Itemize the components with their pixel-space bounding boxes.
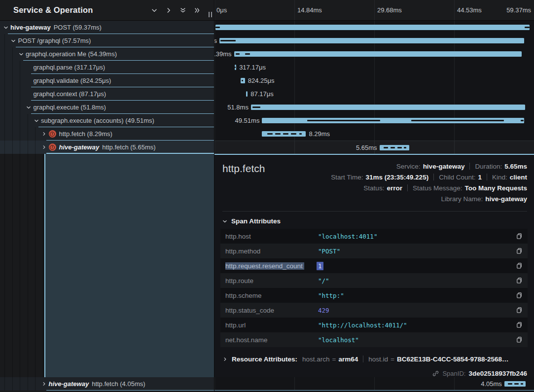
chevron-down-icon[interactable]: [34, 118, 39, 123]
copy-icon[interactable]: [512, 336, 523, 343]
link-icon[interactable]: [432, 370, 439, 377]
chevron-down-icon[interactable]: [11, 38, 16, 43]
span-bar[interactable]: [235, 65, 237, 70]
panel-resize-handle[interactable]: [209, 12, 212, 17]
meta-value: 1: [478, 174, 482, 181]
chevron-right-icon[interactable]: [165, 7, 172, 14]
ruler-tick: 14.84ms: [297, 6, 322, 14]
chevron-down-icon[interactable]: [3, 25, 8, 30]
attribute-value: "localhost": [318, 336, 512, 344]
ruler-tick: 0μs: [216, 6, 227, 14]
timeline-row: 5.65ms: [214, 141, 534, 154]
meta-label: Status Message:: [413, 184, 463, 192]
timeline-row: 8.29ms: [214, 127, 534, 141]
duration-label: 49.51ms: [235, 114, 260, 127]
timeline-row: 824.25μs: [214, 74, 534, 87]
attribute-key: http.scheme: [225, 292, 318, 299]
attribute-value: "localhost:4011": [318, 233, 512, 240]
span-attributes-title: Span Attributes: [231, 217, 281, 225]
span-bar[interactable]: [262, 118, 524, 123]
attribute-key: http.url: [225, 321, 318, 329]
expanded-span-backdrop: [44, 154, 214, 377]
timeline-row: 51.8ms: [214, 101, 534, 114]
duration-label: 4.05ms: [481, 377, 502, 391]
chevron-right-icon[interactable]: [41, 132, 47, 136]
tree-row[interactable]: hive-gatewayhttp.fetch (4.05ms): [0, 377, 214, 391]
attribute-value: "POST": [318, 248, 512, 255]
span-label: subgraph.execute (accounts) (49.51ms): [41, 117, 154, 124]
copy-icon[interactable]: [512, 233, 523, 240]
tree-row[interactable]: graphql.execute (51.8ms): [0, 101, 214, 114]
double-chevron-down-icon[interactable]: [179, 7, 186, 14]
attribute-value: "http:": [318, 292, 512, 299]
attribute-row: http.url"http://localhost:4011/": [220, 318, 528, 332]
span-bar[interactable]: [262, 131, 306, 137]
copy-icon[interactable]: [512, 292, 523, 299]
span-bar[interactable]: [380, 145, 410, 150]
attribute-value: "http://localhost:4011/": [318, 321, 512, 329]
tree-row[interactable]: !http.fetch (8.29ms): [0, 127, 214, 141]
span-label: http.fetch (4.05ms): [92, 380, 145, 388]
attribute-value: "/": [318, 277, 512, 285]
resource-attributes-title: Resource Attributes:: [232, 356, 297, 363]
tree-row[interactable]: graphql.validate (824.25μs): [0, 74, 214, 87]
attribute-row: http.method"POST": [220, 244, 528, 258]
tree-row[interactable]: POST /graphql (57.57ms): [0, 34, 214, 47]
chevron-right-icon[interactable]: [41, 145, 47, 149]
span-label: POST /graphql (57.57ms): [18, 37, 91, 44]
span-bar[interactable]: [234, 51, 522, 57]
attribute-row: net.host.name"localhost": [220, 332, 528, 347]
span-bar[interactable]: [504, 381, 526, 387]
timeline-row: 59.37ms: [214, 21, 534, 34]
span-title: http.fetch: [222, 163, 265, 175]
span-bar[interactable]: [251, 105, 525, 110]
span-label: graphql.execute (51.8ms): [34, 104, 106, 111]
timeline-row: 4.05ms: [214, 377, 534, 391]
timeline-row: 54.39ms: [214, 47, 534, 61]
tree-row[interactable]: !hive-gatewayhttp.fetch (5.65ms): [0, 141, 214, 154]
meta-label: Service:: [396, 163, 421, 170]
copy-icon[interactable]: [512, 262, 523, 269]
chevron-right-icon[interactable]: [41, 382, 47, 386]
attribute-key: net.host.name: [225, 336, 318, 344]
service-name: hive-gateway: [10, 24, 51, 31]
divider: [222, 211, 527, 212]
attribute-row: http.request.resend_count1: [220, 258, 528, 273]
attribute-row: http.scheme"http:": [220, 288, 528, 303]
span-bar[interactable]: [215, 25, 530, 30]
timeline-pane: 0μs14.84ms29.68ms44.53ms59.37ms 59.37ms5…: [214, 0, 534, 392]
span-bar[interactable]: [246, 91, 248, 97]
tree-row[interactable]: graphql.context (87.17μs): [0, 87, 214, 101]
chevron-down-icon[interactable]: [26, 105, 32, 110]
attribute-row: http.host"localhost:4011": [220, 229, 528, 244]
meta-label: Kind:: [492, 174, 507, 181]
copy-icon[interactable]: [512, 321, 523, 328]
copy-icon[interactable]: [512, 277, 523, 284]
resource-value: BC62E13B-C4CC-5854-9788-2568…: [397, 356, 509, 363]
ruler-tick: 59.37ms: [506, 6, 531, 14]
tree-row[interactable]: hive-gatewayPOST (59.37ms): [0, 21, 214, 34]
span-label: http.fetch (8.29ms): [59, 130, 112, 138]
meta-line: Library Name:hive-gateway: [441, 193, 527, 204]
tree-row[interactable]: graphql.parse (317.17μs): [0, 61, 214, 74]
span-bar[interactable]: [241, 78, 245, 83]
ruler-tick: 44.53ms: [457, 6, 482, 14]
span-meta: Service:hive-gatewayDuration:5.65msStart…: [331, 161, 527, 204]
chevron-down-icon[interactable]: [151, 7, 158, 14]
chevron-down-icon[interactable]: [18, 52, 24, 57]
resource-attributes-row[interactable]: Resource Attributes: host.arch=arm64host…: [222, 353, 534, 365]
span-attributes-header[interactable]: Span Attributes: [222, 217, 534, 225]
meta-value: hive-gateway: [423, 163, 465, 170]
attribute-row: http.status_code429: [220, 303, 528, 318]
duration-label: 317.17μs: [239, 61, 266, 74]
span-label: graphql.context (87.17μs): [34, 90, 107, 98]
span-bar[interactable]: [219, 38, 524, 43]
ruler-tick: 29.68ms: [377, 6, 402, 14]
copy-icon[interactable]: [512, 307, 523, 314]
tree-row[interactable]: subgraph.execute (accounts) (49.51ms): [0, 114, 214, 127]
meta-value: hive-gateway: [485, 195, 527, 203]
double-chevron-right-icon[interactable]: [194, 7, 201, 14]
attribute-value: 429: [318, 307, 512, 314]
copy-icon[interactable]: [512, 248, 523, 254]
tree-row[interactable]: graphql.operation Me (54.39ms): [0, 47, 214, 61]
